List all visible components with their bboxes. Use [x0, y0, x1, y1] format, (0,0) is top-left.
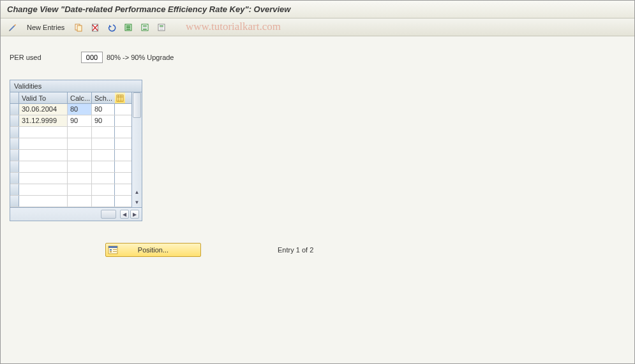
table-row: 31.12.9999 90 90	[10, 115, 131, 127]
entry-counter: Entry 1 of 2	[278, 246, 313, 254]
table-row	[10, 150, 131, 161]
svg-rect-10	[143, 29, 147, 30]
svg-rect-15	[117, 95, 123, 101]
table-footer: ◀ ▶	[10, 207, 142, 221]
watermark: www.tutorialkart.com	[186, 20, 281, 33]
scroll-left-button[interactable]: ◀	[120, 210, 129, 219]
select-block-button[interactable]	[138, 21, 152, 34]
copy-icon	[74, 23, 83, 32]
svg-rect-6	[126, 29, 130, 30]
horizontal-scrollbar-thumb[interactable]	[101, 210, 116, 219]
cell-valid-to[interactable]: 30.06.2004	[19, 104, 68, 115]
table-row: 30.06.2004 80 80	[10, 104, 131, 115]
content-area: PER used 80% -> 90% Upgrade Validities V…	[1, 36, 634, 272]
row-selector[interactable]	[10, 173, 19, 184]
select-all-header[interactable]	[10, 92, 19, 103]
svg-rect-5	[126, 27, 130, 28]
svg-rect-24	[113, 251, 117, 252]
cell-sch[interactable]: 80	[92, 104, 115, 115]
column-calc[interactable]: Calc...	[68, 92, 92, 103]
delete-button[interactable]	[88, 21, 102, 34]
table-row	[10, 196, 131, 207]
per-used-field-row: PER used 80% -> 90% Upgrade	[10, 52, 625, 63]
row-selector[interactable]	[10, 161, 19, 172]
scroll-down-button[interactable]: ▼	[133, 198, 142, 207]
svg-rect-12	[160, 25, 163, 27]
cell-calc[interactable]: 90	[68, 115, 92, 126]
vertical-scrollbar[interactable]: ▲ ▼	[131, 92, 142, 207]
select-block-icon	[140, 23, 149, 32]
toggle-button[interactable]	[6, 21, 20, 34]
column-sch[interactable]: Sch...	[92, 92, 115, 103]
validities-table: Validities Valid To Calc... Sch...	[10, 80, 142, 221]
undo-icon	[107, 23, 116, 32]
row-selector[interactable]	[10, 150, 19, 161]
select-all-icon	[124, 23, 133, 32]
table-header-row: Valid To Calc... Sch...	[10, 92, 131, 104]
table-row	[10, 138, 131, 150]
table-row	[10, 184, 131, 196]
new-entries-label: New Entries	[27, 24, 64, 31]
toolbar: New Entries	[1, 18, 634, 36]
table-row	[10, 173, 131, 184]
svg-rect-21	[110, 249, 112, 251]
svg-rect-8	[143, 25, 147, 27]
svg-rect-14	[160, 29, 163, 30]
copy-button[interactable]	[71, 21, 86, 34]
page-title: Change View "Date-related Performance Ef…	[7, 4, 628, 14]
row-selector[interactable]	[10, 184, 19, 195]
row-selector[interactable]	[10, 115, 19, 126]
table-settings-button[interactable]	[115, 92, 125, 103]
position-row: Position... Entry 1 of 2	[105, 243, 625, 257]
scroll-up-button[interactable]: ▲	[133, 187, 142, 196]
table-row	[10, 161, 131, 173]
row-selector[interactable]	[10, 196, 19, 207]
per-used-label: PER used	[10, 54, 78, 61]
pencil-ruler-icon	[8, 23, 17, 32]
header: Change View "Date-related Performance Ef…	[1, 1, 634, 18]
per-used-input[interactable]	[81, 52, 103, 63]
cell-sch[interactable]: 90	[92, 115, 115, 126]
svg-rect-4	[126, 25, 130, 27]
select-all-button[interactable]	[121, 21, 135, 34]
undo-button[interactable]	[105, 21, 119, 34]
per-used-description: 80% -> 90% Upgrade	[107, 54, 174, 61]
position-icon	[108, 245, 118, 254]
row-selector[interactable]	[10, 127, 19, 138]
svg-rect-20	[108, 246, 117, 248]
scroll-right-button[interactable]: ▶	[130, 210, 139, 219]
svg-rect-9	[143, 27, 147, 28]
position-button[interactable]: Position...	[105, 243, 201, 257]
row-selector[interactable]	[10, 104, 19, 115]
svg-rect-22	[113, 249, 117, 250]
row-selector[interactable]	[10, 138, 19, 149]
column-valid-to[interactable]: Valid To	[19, 92, 68, 103]
svg-rect-13	[160, 27, 163, 28]
position-label: Position...	[138, 246, 168, 254]
table-row	[10, 127, 131, 138]
table-settings-icon	[116, 94, 124, 102]
cell-calc[interactable]: 80	[68, 104, 92, 115]
deselect-all-icon	[157, 23, 166, 32]
cell-valid-to[interactable]: 31.12.9999	[19, 115, 68, 126]
svg-rect-1	[77, 25, 82, 31]
scrollbar-thumb[interactable]	[133, 92, 141, 118]
deselect-all-button[interactable]	[154, 21, 168, 34]
svg-rect-23	[110, 251, 112, 252]
table-title: Validities	[10, 80, 142, 92]
new-entries-button[interactable]: New Entries	[22, 21, 69, 34]
delete-icon	[91, 23, 100, 32]
